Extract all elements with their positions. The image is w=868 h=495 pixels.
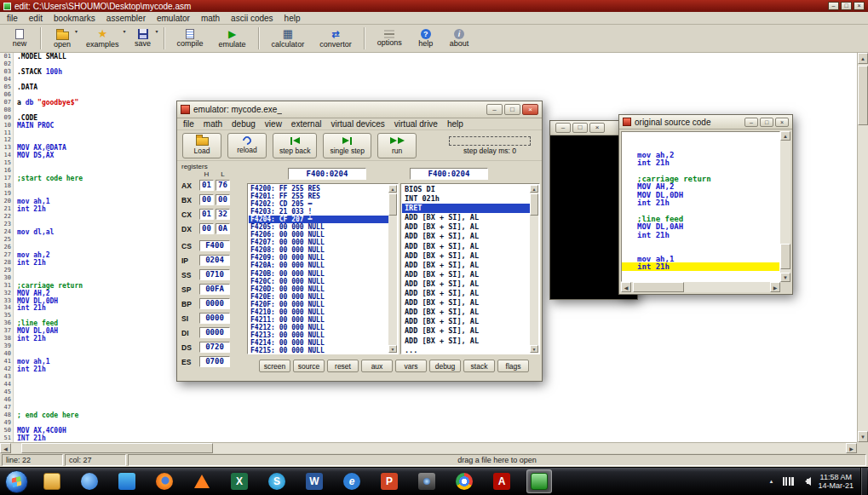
word-icon[interactable]: W <box>302 469 327 493</box>
scrollbar-thumb[interactable] <box>633 282 684 292</box>
scroll-down-button[interactable]: ▼ <box>388 345 397 353</box>
scroll-up-button[interactable]: ▲ <box>530 185 538 193</box>
disassembly-row[interactable]: BIOS DI <box>402 185 530 194</box>
register-ip-field[interactable]: 0204 <box>199 255 230 266</box>
memory-row[interactable]: F4205: 00 000 NULL <box>249 223 388 231</box>
disassembly-row[interactable]: ADD [BX + SI], AL <box>402 317 530 326</box>
memory-row[interactable]: F4207: 00 000 NULL <box>249 239 388 246</box>
disassembly-row[interactable]: INT 021h <box>402 194 530 204</box>
toolbar-compile-button[interactable]: compile <box>171 26 210 51</box>
clock[interactable]: 11:58 AM 14-Mar-21 <box>818 473 854 490</box>
disassembly-row[interactable]: ADD [BX + SI], AL <box>402 298 530 308</box>
emu-vars-button[interactable]: vars <box>395 360 427 372</box>
minimize-button[interactable]: – <box>555 123 571 133</box>
toolbar-about-button[interactable]: iabout <box>444 26 475 51</box>
powerpoint-icon[interactable]: P <box>377 469 402 493</box>
memory-scrollbar[interactable]: ▲ ▼ <box>388 185 397 353</box>
code-line[interactable]: .MODEL SMALL <box>17 53 857 60</box>
scroll-up-button[interactable]: ▲ <box>858 53 868 64</box>
menu-help[interactable]: help <box>285 14 301 23</box>
memory-row[interactable]: F4210: 00 000 NULL <box>249 308 388 316</box>
disassembly-row[interactable]: ADD [BX + SI], AL <box>402 337 530 346</box>
dropdown-arrow-icon[interactable]: ▾ <box>124 28 126 34</box>
code-line[interactable] <box>17 396 857 404</box>
internet-explorer-icon[interactable]: e <box>339 469 365 493</box>
disassembly-list[interactable]: BIOS DIINT 021hIRETADD [BX + SI], ALADD … <box>400 183 540 354</box>
editor-horizontal-scrollbar[interactable]: ◀ ▶ <box>0 442 857 453</box>
explorer-icon[interactable] <box>39 469 65 493</box>
scroll-up-button[interactable]: ▲ <box>780 131 790 141</box>
excel-icon[interactable]: X <box>227 469 252 493</box>
scrollbar-thumb[interactable] <box>21 443 213 453</box>
vlc-icon[interactable] <box>189 469 215 493</box>
scroll-left-button[interactable]: ◀ <box>621 282 631 292</box>
emu-menu-view[interactable]: view <box>265 119 282 129</box>
emu-menu-debug[interactable]: debug <box>232 119 256 129</box>
emu-flags-button[interactable]: flags <box>497 360 529 372</box>
register-ax-h-field[interactable]: 01 <box>199 180 214 191</box>
scroll-right-button[interactable]: ▶ <box>770 282 780 292</box>
emu-menu-virtual-drive[interactable]: virtual drive <box>394 119 438 129</box>
scrollbar-thumb[interactable] <box>780 244 790 269</box>
emu8086-icon[interactable] <box>526 469 552 493</box>
toolbar-options-button[interactable]: options <box>371 26 408 51</box>
editor-titlebar[interactable]: edit: C:\Users\SHOUMO\Desktop\mycode.asm… <box>0 0 868 12</box>
firefox-icon[interactable] <box>152 469 177 493</box>
disassembly-row[interactable]: IRET <box>402 204 530 213</box>
register-ax-l-field[interactable]: 76 <box>216 180 230 191</box>
scrollbar-track[interactable] <box>780 141 790 273</box>
scroll-down-button[interactable]: ▼ <box>858 431 868 442</box>
disassembly-row[interactable]: ADD [BX + SI], AL <box>402 242 530 251</box>
menu-ascii-codes[interactable]: ascii codes <box>231 14 273 23</box>
maximize-button[interactable]: □ <box>504 104 520 115</box>
emu-step-back-button[interactable]: step back <box>273 133 317 158</box>
disassembly-row[interactable]: ADD [BX + SI], AL <box>402 270 530 279</box>
menu-edit[interactable]: edit <box>29 14 43 23</box>
register-ds-field[interactable]: 0720 <box>199 342 230 353</box>
disassembly-row[interactable]: ADD [BX + SI], AL <box>402 251 530 261</box>
disassembly-row[interactable]: ADD [BX + SI], AL <box>402 213 530 222</box>
show-hidden-icons-button[interactable]: ▲ <box>766 479 776 484</box>
scrollbar-thumb[interactable] <box>388 193 397 216</box>
scrollbar-track[interactable] <box>631 282 770 292</box>
source-vertical-scrollbar[interactable]: ▲ ▼ <box>780 131 790 282</box>
maximize-button[interactable]: □ <box>760 118 773 127</box>
register-bx-h-field[interactable]: 00 <box>199 194 214 205</box>
skype-icon[interactable]: S <box>264 469 290 493</box>
register-bp-field[interactable]: 0000 <box>199 298 230 309</box>
emu-menu-external[interactable]: external <box>291 119 322 129</box>
register-cx-l-field[interactable]: 32 <box>216 209 230 220</box>
close-button[interactable]: × <box>522 104 538 115</box>
disassembly-row[interactable]: ADD [BX + SI], AL <box>402 232 530 241</box>
memory-row[interactable]: F420D: 00 000 NULL <box>249 285 388 293</box>
minimize-button[interactable]: – <box>486 104 503 115</box>
memory-row[interactable]: F4215: 00 000 NULL <box>249 347 388 353</box>
menu-file[interactable]: file <box>7 14 18 23</box>
editor-vertical-scrollbar[interactable]: ▲ ▼ <box>857 53 868 442</box>
show-desktop-button[interactable] <box>860 468 867 495</box>
adobe-reader-icon[interactable]: A <box>489 469 514 493</box>
network-icon[interactable] <box>783 477 794 486</box>
toolbar-examples-button[interactable]: ★examples▾ <box>80 26 125 51</box>
register-es-field[interactable]: 0700 <box>199 356 230 367</box>
memory-row[interactable]: F4200: FF 255 RES <box>249 185 388 193</box>
volume-icon[interactable] <box>801 477 811 486</box>
memory-row[interactable]: F4213: 00 000 NULL <box>249 331 388 339</box>
scroll-left-button[interactable]: ◀ <box>0 443 11 453</box>
step-delay-control[interactable]: step delay ms: 0 <box>445 136 535 155</box>
memory-row[interactable]: F4211: 00 000 NULL <box>249 316 388 324</box>
code-line[interactable]: ; end code here <box>17 412 857 419</box>
memory-address-field[interactable]: F400:0204 <box>288 168 366 180</box>
memory-row[interactable]: F4214: 00 000 NULL <box>249 339 388 347</box>
memory-row[interactable]: F4212: 00 000 NULL <box>249 324 388 331</box>
source-code-view[interactable]: mov ah,2int 21h;carriage returnMOV AH,2M… <box>621 131 780 282</box>
emu-source-button[interactable]: source <box>293 360 325 372</box>
code-line[interactable] <box>17 419 857 427</box>
memory-rows[interactable]: F4200: FF 255 RESF4201: FF 255 RESF4202:… <box>249 185 388 353</box>
toolbar-open-button[interactable]: open▾ <box>48 26 77 51</box>
toolbar-emulate-button[interactable]: ▶emulate <box>213 26 252 51</box>
disassembly-rows[interactable]: BIOS DIINT 021hIRETADD [BX + SI], ALADD … <box>402 185 530 353</box>
disassembly-row[interactable]: ADD [BX + SI], AL <box>402 308 530 317</box>
emu-stack-button[interactable]: stack <box>463 360 495 372</box>
maximize-button[interactable]: □ <box>841 2 852 10</box>
